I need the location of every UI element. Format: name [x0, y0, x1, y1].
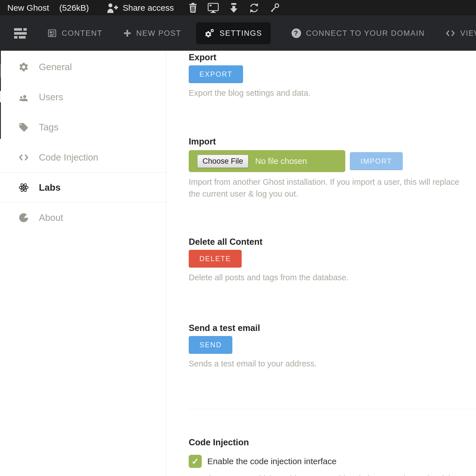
settings-sidebar: General Users Tags	[0, 51, 166, 476]
newspaper-icon	[48, 29, 57, 38]
nav-item-label: VIEW LIVE SITE	[460, 29, 476, 38]
sidebar-item-label: Code Injection	[39, 152, 98, 163]
monitor-icon[interactable]	[208, 3, 219, 13]
export-heading: Export	[189, 52, 476, 63]
blog-title: New Ghost	[7, 3, 49, 13]
trash-icon[interactable]	[188, 3, 197, 13]
menu-blocks-icon[interactable]	[14, 28, 27, 39]
section-divider	[189, 409, 476, 409]
import-heading: Import	[189, 137, 476, 147]
code-injection-toggle-row: ✓ Enable the code injection interface	[189, 455, 476, 468]
key-icon[interactable]	[270, 3, 280, 13]
topbar-actions	[188, 3, 280, 13]
top-bar: New Ghost (526kB) Share access	[0, 0, 476, 16]
nav-item-content[interactable]: CONTENT	[48, 29, 103, 38]
code-icon	[17, 154, 30, 161]
import-button[interactable]: IMPORT	[350, 152, 403, 170]
sidebar-item-label: Labs	[39, 182, 61, 193]
choose-file-button[interactable]: Choose File	[197, 155, 248, 168]
nav-item-label: CONNECT TO YOUR DOMAIN	[306, 29, 425, 38]
send-button[interactable]: SEND	[189, 336, 232, 354]
sidebar-item-label: General	[39, 62, 72, 72]
ghost-logo-icon	[17, 212, 30, 223]
labs-settings-panel: Export EXPORT Export the blog settings a…	[166, 51, 476, 476]
nav-item-label: SETTINGS	[220, 29, 262, 38]
nav-item-label: CONTENT	[62, 29, 103, 38]
share-access-button[interactable]: Share access	[106, 2, 174, 14]
download-icon[interactable]	[229, 3, 239, 13]
sidebar-item-tags[interactable]: Tags	[0, 112, 166, 142]
nav-item-view-live-site[interactable]: VIEW LIVE SITE	[446, 29, 476, 38]
settings-page: General Users Tags	[0, 51, 476, 476]
refresh-icon[interactable]	[249, 3, 259, 13]
sidebar-item-general[interactable]: General	[0, 52, 166, 82]
nav-item-new-post[interactable]: NEW POST	[123, 29, 181, 38]
gears-icon	[204, 28, 215, 38]
sidebar-item-label: Users	[39, 92, 63, 103]
nav-item-connect-domain[interactable]: ? CONNECT TO YOUR DOMAIN	[292, 28, 425, 38]
sidebar-item-about[interactable]: About	[0, 203, 166, 233]
test-email-heading: Send a test email	[189, 323, 476, 333]
share-access-label: Share access	[123, 3, 174, 13]
sidebar-item-label: Tags	[39, 122, 59, 133]
file-status-text: No file chosen	[255, 157, 307, 166]
tag-icon	[17, 122, 30, 132]
delete-all-heading: Delete all Content	[189, 237, 476, 247]
test-email-description: Sends a test email to your address.	[189, 358, 476, 370]
sidebar-item-code-injection[interactable]: Code Injection	[0, 142, 166, 172]
person-plus-icon	[106, 2, 119, 14]
sidebar-item-label: About	[39, 212, 63, 223]
sidebar-item-users[interactable]: Users	[0, 82, 166, 112]
delete-description: Delete all posts and tags from the datab…	[189, 272, 476, 283]
admin-nav-bar: CONTENT NEW POST SETTINGS ? CONNECT TO Y…	[0, 16, 476, 51]
export-button[interactable]: EXPORT	[189, 65, 243, 83]
code-injection-heading: Code Injection	[189, 437, 476, 448]
code-icon	[446, 30, 455, 37]
offcanvas-edge-strip	[0, 51, 1, 139]
nav-item-settings[interactable]: SETTINGS	[196, 22, 271, 44]
gear-icon	[17, 62, 30, 72]
import-description: Import from another Ghost installation. …	[189, 176, 472, 200]
code-injection-checkbox-label: Enable the code injection interface	[207, 457, 337, 466]
blog-size-badge: (526kB)	[59, 3, 89, 13]
file-upload-field[interactable]: Choose File No file chosen	[189, 150, 345, 172]
users-icon	[17, 92, 30, 102]
delete-button[interactable]: DELETE	[189, 250, 242, 268]
question-icon: ?	[292, 28, 301, 38]
export-description: Export the blog settings and data.	[189, 87, 476, 99]
code-injection-description: A settings screen which enables you to a…	[189, 473, 476, 476]
plus-icon	[123, 29, 131, 37]
sidebar-item-labs[interactable]: Labs	[0, 172, 166, 203]
atom-icon	[17, 182, 30, 193]
nav-item-label: NEW POST	[136, 29, 181, 38]
code-injection-checkbox[interactable]: ✓	[189, 455, 202, 468]
